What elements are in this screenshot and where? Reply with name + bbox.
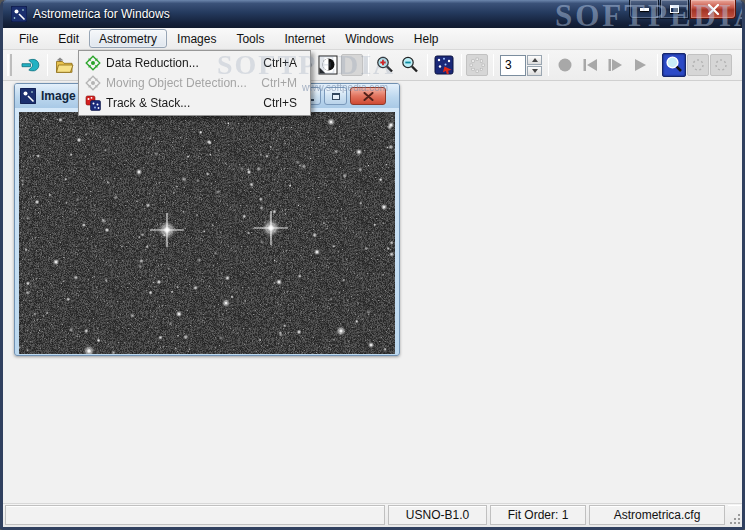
titlebar[interactable]: Astrometrica for Windows [3,0,742,28]
step-forward-icon [605,55,625,75]
record-button-disabled [553,53,577,77]
caption-buttons [629,0,736,19]
image-close-button[interactable] [350,87,386,105]
step-forward-button-disabled [603,53,627,77]
status-panel-message [5,505,385,525]
down-arrow-icon [532,69,538,73]
close-button[interactable] [690,0,736,19]
menu-item-label: Track & Stack... [106,96,263,110]
spin-down-button[interactable] [527,66,542,76]
menu-astrometry[interactable]: Astrometry [89,29,167,48]
image-window-title: Image [41,89,76,103]
toolbar-separator [427,54,428,76]
mdi-client-area: Image [3,81,742,503]
toolbar-separator [47,54,48,76]
close-icon [707,4,720,15]
statusbar: USNO-B1.0 Fit Order: 1 Astrometrica.cfg [3,503,742,527]
play-button-disabled [628,53,652,77]
maximize-icon [670,5,679,13]
menu-item-shortcut: Ctrl+S [263,96,309,110]
dotted-circle-icon [713,57,729,73]
minimize-icon [640,8,649,11]
window-title: Astrometrica for Windows [33,7,170,21]
step-back-icon [580,55,600,75]
menu-file[interactable]: File [9,29,48,48]
resize-grip-icon [729,513,741,525]
menu-tools[interactable]: Tools [226,29,274,48]
contrast-button[interactable] [316,53,340,77]
spin-up-button[interactable] [527,55,542,65]
spin-value-input[interactable] [500,55,526,76]
maximize-button[interactable] [660,0,689,19]
up-arrow-icon [532,58,538,62]
menu-edit[interactable]: Edit [48,29,89,48]
image-window-body [15,108,399,359]
blink-button[interactable] [432,53,456,77]
maximize-icon [332,93,340,100]
menu-item-shortcut: Ctrl+M [261,76,309,90]
status-panel-config-file: Astrometrica.cfg [589,505,725,525]
toolbar-separator [548,54,549,76]
disabled-stack-button [466,54,488,76]
toolbar-separator [368,54,369,76]
contrast-icon [318,55,338,75]
settings-button[interactable] [18,53,42,77]
step-back-button-disabled [578,53,602,77]
menu-help[interactable]: Help [404,29,449,48]
open-image-button[interactable] [52,53,76,77]
disabled-tool-button-2 [687,54,709,76]
toolbar-separator [461,54,462,76]
magnifier-tool-icon [664,55,684,75]
resize-grip[interactable] [728,505,741,525]
status-panel-fit-order: Fit Order: 1 [490,505,586,525]
menu-item-data-reduction[interactable]: Data Reduction... Ctrl+A [80,53,309,73]
starfield-canvas[interactable] [19,112,395,354]
zoom-out-magnifier-icon [400,55,420,75]
magnifier-tool-button-active[interactable] [662,53,686,77]
blink-stars-icon [434,55,454,75]
status-panel-catalog: USNO-B1.0 [388,505,487,525]
crosshair-target-icon-disabled [80,75,106,91]
blink-interval-spinbox [500,55,542,76]
menu-windows[interactable]: Windows [335,29,404,48]
close-icon [363,92,374,101]
menu-item-label: Moving Object Detection... [106,76,261,90]
crosshair-target-icon [80,55,106,71]
menu-images[interactable]: Images [167,29,226,48]
menu-item-shortcut: Ctrl+A [263,56,309,70]
menubar: File Edit Astrometry Images Tools Intern… [3,28,742,50]
play-icon [630,55,650,75]
menu-item-moving-object-detection: Moving Object Detection... Ctrl+M [80,73,309,93]
minimize-button[interactable] [629,0,659,19]
zoom-in-magnifier-icon [375,55,395,75]
disabled-tool-button-3 [710,54,732,76]
menu-item-track-and-stack[interactable]: Track & Stack... Ctrl+S [80,93,309,113]
app-icon [11,6,27,22]
dotted-circle-icon [690,57,706,73]
record-circle-icon [555,55,575,75]
image-window-icon [20,88,36,104]
zoom-in-button[interactable] [373,53,397,77]
astrometry-menu-popup: Data Reduction... Ctrl+A Moving Object D… [78,50,311,116]
toolbar-separator [657,54,658,76]
menu-item-label: Data Reduction... [106,56,263,70]
zoom-out-button[interactable] [398,53,422,77]
toolbar-gripper[interactable] [7,54,12,76]
app-window: Astrometrica for Windows File Edit Astro… [0,0,745,530]
image-child-window: Image [14,83,400,356]
disabled-tool-button-1 [341,54,363,76]
menu-internet[interactable]: Internet [274,29,335,48]
open-folder-icon [54,55,74,75]
image-maximize-button[interactable] [324,87,347,105]
star-ring-disabled-icon [467,55,487,75]
toolbar-separator [493,54,494,76]
track-stack-icon [80,95,106,111]
wrench-settings-icon [20,55,40,75]
